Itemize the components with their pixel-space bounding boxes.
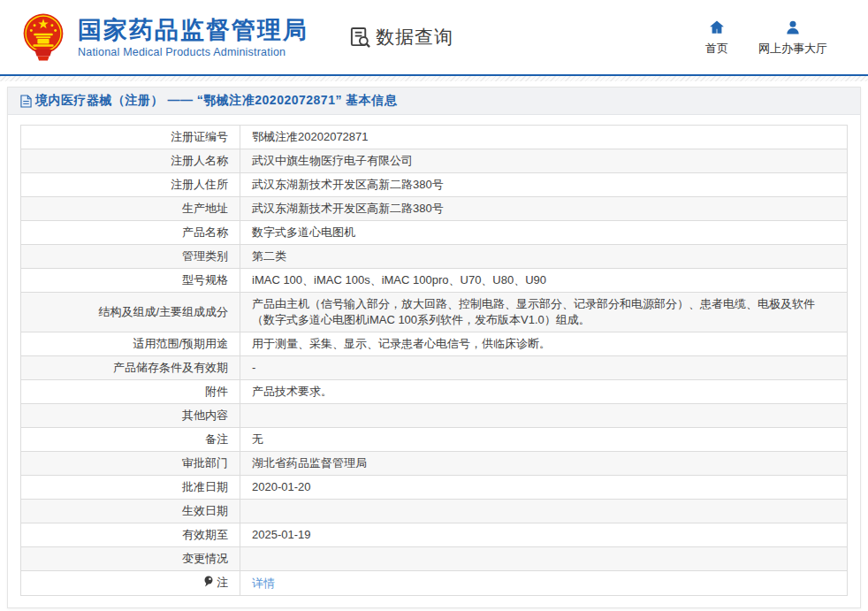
field-value: iMAC 100、iMAC 100s、iMAC 100pro、U70、U80、U… [240, 269, 848, 293]
field-label: 变更情况 [21, 547, 240, 571]
field-label: 型号规格 [21, 269, 240, 293]
field-label: 附件 [21, 380, 240, 404]
field-label: 结构及组成/主要组成成分 [21, 293, 240, 332]
data-query-label: 数据查询 [376, 25, 453, 50]
table-row: 生效日期 [21, 500, 848, 523]
details-link[interactable]: 详情 [252, 577, 275, 590]
table-row: 注册证编号 鄂械注准20202072871 [21, 126, 848, 149]
field-value: 产品技术要求。 [240, 380, 848, 404]
field-label: 其他内容 [21, 404, 240, 428]
header-nav: 首页 网上办事大厅 [705, 19, 849, 57]
nav-service-hall[interactable]: 网上办事大厅 [758, 19, 827, 57]
brand-title-en: National Medical Products Administration [78, 46, 308, 58]
field-label: 适用范围/预期用途 [21, 332, 240, 356]
table-row: 产品储存条件及有效期 - [21, 356, 848, 380]
nav-home-label: 首页 [705, 41, 728, 57]
table-row: 审批部门 湖北省药品监督管理局 [21, 452, 848, 476]
table-row: 适用范围/预期用途 用于测量、采集、显示、记录患者心电信号，供临床诊断。 [21, 332, 848, 356]
field-label: 批准日期 [21, 476, 240, 500]
table-row: 结构及组成/主要组成成分 产品由主机（信号输入部分，放大回路、控制电路、显示部分… [21, 293, 848, 332]
field-label: 注册人住所 [21, 173, 240, 197]
field-value: - [240, 356, 848, 380]
data-query-entry[interactable]: 数据查询 [349, 25, 453, 50]
table-row: 注册人住所 武汉东湖新技术开发区高新二路380号 [21, 173, 848, 197]
field-label: 产品储存条件及有效期 [21, 356, 240, 380]
field-label: 审批部门 [21, 452, 240, 476]
field-value: 用于测量、采集、显示、记录患者心电信号，供临床诊断。 [240, 332, 848, 356]
field-value: 第二类 [240, 245, 848, 269]
field-label: 生产地址 [21, 197, 240, 221]
table-row: 变更情况 [21, 547, 848, 571]
field-value: 湖北省药品监督管理局 [240, 452, 848, 476]
table-row: 型号规格 iMAC 100、iMAC 100s、iMAC 100pro、U70、… [21, 269, 848, 293]
field-label: 产品名称 [21, 221, 240, 245]
field-value [240, 547, 848, 571]
table-row: 附件 产品技术要求。 [21, 380, 848, 404]
field-value: 2020-01-20 [240, 476, 848, 500]
field-value: 详情 [240, 571, 848, 596]
table-row: 其他内容 [21, 404, 848, 428]
brand-title-cn: 国家药品监督管理局 [78, 17, 308, 43]
page-title: 境内医疗器械（注册） —— “鄂械注准20202072871” 基本信息 [35, 93, 397, 109]
field-value: 产品由主机（信号输入部分，放大回路、控制电路、显示部分、记录部分和电源部分）、患… [240, 293, 848, 332]
table-row: 注册人名称 武汉中旗生物医疗电子有限公司 [21, 149, 848, 173]
field-value: 武汉中旗生物医疗电子有限公司 [240, 149, 848, 173]
field-label: 有效期至 [21, 523, 240, 547]
table-row: 备注 无 [21, 428, 848, 452]
field-value: 数字式多道心电图机 [240, 221, 848, 245]
field-label: 注册证编号 [21, 126, 240, 149]
table-row: 批准日期 2020-01-20 [21, 476, 848, 500]
field-label: 生效日期 [21, 500, 240, 523]
field-value: 无 [240, 428, 848, 452]
table-row: 注 详情 [21, 571, 848, 596]
field-value: 鄂械注准20202072871 [240, 126, 848, 149]
header: 国家药品监督管理局 National Medical Products Admi… [0, 0, 868, 76]
field-label: 管理类别 [21, 245, 240, 269]
field-value [240, 404, 848, 428]
field-label: 注册人名称 [21, 149, 240, 173]
field-label: 备注 [21, 428, 240, 452]
user-icon [784, 19, 802, 36]
brand-block: 国家药品监督管理局 National Medical Products Admi… [78, 17, 308, 58]
home-icon [708, 19, 726, 36]
page-title-bar: 境内医疗器械（注册） —— “鄂械注准20202072871” 基本信息 [8, 88, 860, 115]
field-value: 武汉东湖新技术开发区高新二路380号 [240, 173, 848, 197]
hatch-divider [0, 76, 868, 81]
document-search-icon [349, 27, 371, 49]
table-row: 有效期至 2025-01-19 [21, 523, 848, 547]
field-label: 注 [21, 571, 240, 596]
info-table-container: 注册证编号 鄂械注准20202072871 注册人名称 武汉中旗生物医疗电子有限… [8, 115, 860, 607]
field-value [240, 500, 848, 523]
table-row: 生产地址 武汉东湖新技术开发区高新二路380号 [21, 197, 848, 221]
table-row: 产品名称 数字式多道心电图机 [21, 221, 848, 245]
nav-home[interactable]: 首页 [705, 19, 728, 57]
content-panel: 境内医疗器械（注册） —— “鄂械注准20202072871” 基本信息 注册证… [7, 87, 861, 608]
nav-service-hall-label: 网上办事大厅 [758, 41, 827, 57]
registration-info-table: 注册证编号 鄂械注准20202072871 注册人名称 武汉中旗生物医疗电子有限… [20, 125, 848, 596]
document-icon [20, 95, 32, 108]
national-emblem-logo [19, 11, 67, 63]
field-value: 2025-01-19 [240, 523, 848, 547]
field-value: 武汉东湖新技术开发区高新二路380号 [240, 197, 848, 221]
table-row: 管理类别 第二类 [21, 245, 848, 269]
pin-icon [203, 576, 214, 592]
